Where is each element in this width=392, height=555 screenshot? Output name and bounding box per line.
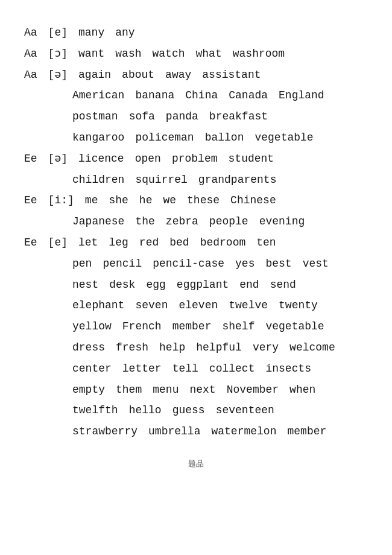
phoneme-symbol: [e] bbox=[48, 24, 68, 42]
text-line-6: Ee[ə]licenceopenproblemstudent bbox=[24, 150, 368, 168]
vocab-word: me bbox=[85, 192, 98, 209]
vocab-word: elephant bbox=[72, 297, 124, 314]
vocab-word: strawberry bbox=[72, 423, 138, 440]
text-line-19: strawberryumbrellawatermelonmember bbox=[24, 423, 368, 440]
text-line-14: yellowFrenchmembershelfvegetable bbox=[24, 318, 368, 335]
text-line-5: kangaroopolicemanballonvegetable bbox=[24, 129, 368, 147]
vocab-word: panda bbox=[166, 108, 198, 125]
vocab-word: help bbox=[159, 339, 185, 357]
vocab-word: away bbox=[165, 66, 191, 84]
vocab-word: open bbox=[135, 150, 161, 168]
phoneme-symbol: [ə] bbox=[48, 66, 68, 84]
vocab-word: vegetable bbox=[254, 129, 313, 147]
vocab-word: he bbox=[139, 192, 153, 209]
vocab-word: about bbox=[122, 66, 154, 84]
vocab-word: when bbox=[289, 381, 315, 399]
vocab-word: breakfast bbox=[209, 108, 268, 125]
vocab-word: again bbox=[78, 66, 111, 84]
vocab-word: problem bbox=[172, 150, 218, 168]
vocab-word: welcome bbox=[289, 339, 335, 357]
phoneme-symbol: [i:] bbox=[48, 192, 74, 209]
vocab-word: sofa bbox=[129, 108, 155, 125]
text-line-4: postmansofapandabreakfast bbox=[24, 108, 368, 125]
vocab-word: eggplant bbox=[177, 276, 229, 294]
vocab-word: banana bbox=[135, 87, 174, 104]
text-line-12: nestdeskeggeggplantendsend bbox=[24, 276, 368, 294]
vocab-word: policeman bbox=[135, 129, 194, 147]
vocab-word: ballon bbox=[205, 129, 244, 147]
vocab-word: licence bbox=[78, 150, 124, 168]
vocab-word: umbrella bbox=[148, 423, 200, 440]
vocab-word: Canada bbox=[229, 87, 268, 104]
vocab-word: twelve bbox=[229, 297, 268, 314]
vocab-word: collect bbox=[209, 360, 255, 378]
text-line-13: elephantseveneleventwelvetwenty bbox=[24, 297, 368, 314]
vocab-word: yellow bbox=[72, 318, 112, 335]
content-area: Aa[e]manyanyAa[ɔ]wantwashwatchwhatwashro… bbox=[24, 24, 368, 440]
vocab-word: vest bbox=[303, 255, 329, 273]
vocab-word: very bbox=[253, 339, 279, 357]
text-line-10: Ee[e]letlegredbedbedroomten bbox=[24, 234, 368, 252]
vocab-word: Japanese bbox=[72, 213, 124, 230]
text-line-9: Japanesethezebrapeopleevening bbox=[24, 213, 368, 230]
letter-label: Ee bbox=[24, 234, 37, 252]
vocab-word: insects bbox=[265, 360, 311, 378]
vocab-word: pencil-case bbox=[153, 255, 224, 273]
vocab-word: assistant bbox=[202, 66, 261, 84]
vocab-word: wash bbox=[115, 45, 141, 63]
vocab-word: watermelon bbox=[211, 423, 276, 440]
text-line-2: Aa[ə]againaboutawayassistant bbox=[24, 66, 368, 84]
vocab-word: fresh bbox=[116, 339, 148, 357]
letter-label: Ee bbox=[24, 150, 37, 168]
vocab-word: watch bbox=[153, 45, 185, 63]
vocab-word: kangaroo bbox=[72, 129, 124, 147]
vocab-word: nest bbox=[72, 276, 98, 294]
vocab-word: ten bbox=[256, 234, 276, 252]
vocab-word: desk bbox=[109, 276, 135, 294]
vocab-word: November bbox=[227, 381, 279, 399]
vocab-word: want bbox=[78, 45, 104, 63]
text-line-17: emptythemmenunextNovemberwhen bbox=[24, 381, 368, 399]
vocab-word: let bbox=[78, 234, 98, 252]
page: Aa[e]manyanyAa[ɔ]wantwashwatchwhatwashro… bbox=[24, 24, 368, 469]
vocab-word: eleven bbox=[179, 297, 218, 314]
vocab-word: guess bbox=[172, 402, 205, 419]
vocab-word: children bbox=[72, 171, 124, 189]
text-line-18: twelfthhelloguessseventeen bbox=[24, 402, 368, 419]
text-line-15: dressfreshhelphelpfulverywelcome bbox=[24, 339, 368, 357]
vocab-word: best bbox=[265, 255, 291, 273]
vocab-word: letter bbox=[122, 360, 162, 378]
vocab-word: bed bbox=[169, 234, 189, 252]
vocab-word: leg bbox=[109, 234, 128, 252]
vocab-word: pen bbox=[72, 255, 92, 273]
letter-label: Ee bbox=[24, 192, 37, 209]
vocab-word: squirrel bbox=[135, 171, 187, 189]
vocab-word: these bbox=[187, 192, 220, 209]
vocab-word: member bbox=[287, 423, 326, 440]
vocab-word: menu bbox=[153, 381, 179, 399]
text-line-11: penpencilpencil-caseyesbestvest bbox=[24, 255, 368, 273]
text-line-1: Aa[ɔ]wantwashwatchwhatwashroom bbox=[24, 45, 368, 63]
letter-label: Aa bbox=[24, 66, 37, 84]
vocab-word: dress bbox=[72, 339, 105, 357]
vocab-word: next bbox=[189, 381, 215, 399]
vocab-word: American bbox=[72, 87, 124, 104]
vocab-word: hello bbox=[129, 402, 162, 419]
vocab-word: postman bbox=[72, 108, 118, 125]
vocab-word: egg bbox=[146, 276, 165, 294]
vocab-word: member bbox=[172, 318, 212, 335]
vocab-word: any bbox=[115, 24, 134, 42]
vocab-word: shelf bbox=[222, 318, 254, 335]
vocab-word: what bbox=[196, 45, 222, 63]
phoneme-symbol: [ɔ] bbox=[48, 45, 68, 63]
vocab-word: empty bbox=[72, 381, 105, 399]
phoneme-symbol: [ə] bbox=[48, 150, 68, 168]
vocab-word: evening bbox=[259, 213, 305, 230]
vocab-word: people bbox=[209, 213, 248, 230]
vocab-word: helpful bbox=[196, 339, 242, 357]
vocab-word: seventeen bbox=[216, 402, 274, 419]
vocab-word: send bbox=[270, 276, 296, 294]
vocab-word: we bbox=[163, 192, 176, 209]
vocab-word: many bbox=[78, 24, 104, 42]
text-line-3: AmericanbananaChinaCanadaEngland bbox=[24, 87, 368, 104]
